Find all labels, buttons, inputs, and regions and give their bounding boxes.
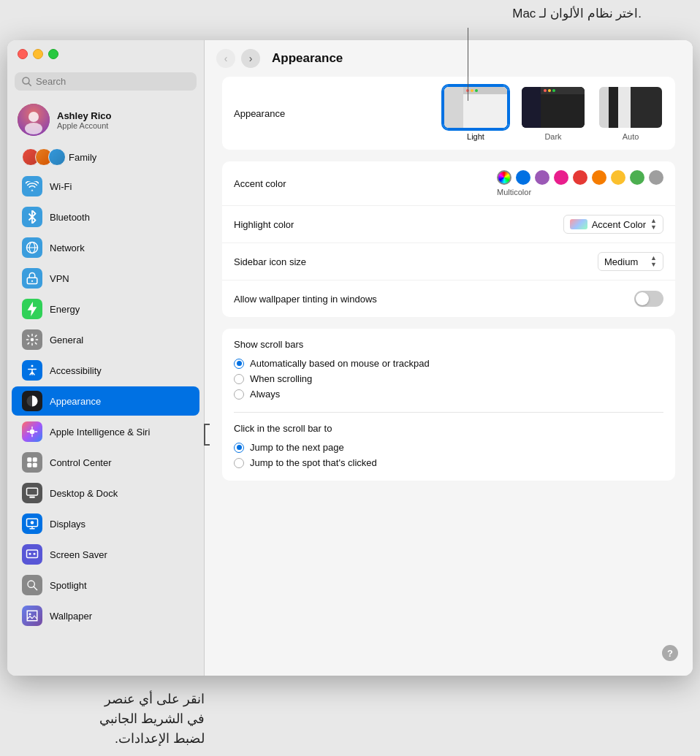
- svg-point-11: [31, 338, 34, 342]
- click-scroll-radio-next-page[interactable]: [234, 443, 244, 453]
- forward-button[interactable]: ›: [241, 49, 260, 68]
- sidebar-item-displays[interactable]: Displays: [12, 509, 199, 538]
- user-name: Ashley Rico: [57, 110, 111, 121]
- scroll-radio-when-scrolling[interactable]: [234, 374, 244, 384]
- accent-color-orange[interactable]: [592, 170, 606, 185]
- sidebar-item-appearance[interactable]: Appearance: [12, 386, 199, 416]
- svg-line-27: [34, 587, 37, 590]
- highlight-color-label: Highlight color: [234, 219, 365, 230]
- accent-color-green[interactable]: [630, 170, 644, 185]
- click-scroll-bar-group: Click in the scroll bar to Jump to the n…: [222, 413, 675, 481]
- help-button[interactable]: ?: [662, 645, 678, 661]
- scroll-radio-auto[interactable]: [234, 359, 244, 369]
- wallpaper-tinting-toggle[interactable]: [634, 291, 663, 307]
- svg-rect-20: [29, 497, 35, 498]
- sidebar-item-label-energy: Energy: [50, 304, 80, 315]
- toggle-knob: [636, 292, 649, 305]
- sidebar-item-label-displays: Displays: [50, 519, 85, 530]
- appearance-icon: [22, 391, 42, 411]
- appearance-option-dark[interactable]: Dark: [520, 85, 586, 141]
- sidebar-item-spotlight[interactable]: Spotlight: [12, 570, 199, 600]
- desktop-dock-icon: [22, 483, 42, 503]
- sidebar: Ashley Rico Apple Account Family: [7, 40, 205, 676]
- sidebar-icon-stepper: ▲ ▼: [650, 255, 657, 268]
- appearance-preview-auto: [598, 85, 663, 129]
- wallpaper-tinting-label: Allow wallpaper tinting in windows: [234, 294, 377, 305]
- appearance-option-light[interactable]: Light: [443, 85, 509, 141]
- avatar: [18, 104, 50, 136]
- sidebar-item-desktop-dock[interactable]: Desktop & Dock: [12, 478, 199, 508]
- sidebar-icon-size-control: Medium ▲ ▼: [365, 252, 663, 271]
- accent-color-blue[interactable]: [516, 170, 530, 185]
- displays-icon: [22, 513, 42, 534]
- wallpaper-icon: [22, 606, 42, 626]
- user-info: Ashley Rico Apple Account: [57, 110, 111, 130]
- accent-color-yellow[interactable]: [611, 170, 625, 185]
- sidebar-icon-size-row: Sidebar icon size Medium ▲ ▼: [222, 243, 675, 280]
- sidebar-icon-stepper-down[interactable]: ▼: [650, 261, 657, 268]
- content-area: Appearance: [205, 77, 693, 676]
- sidebar-item-vpn[interactable]: VPN: [12, 264, 199, 293]
- sidebar-item-screen-saver[interactable]: Screen Saver: [12, 540, 199, 569]
- back-button[interactable]: ‹: [216, 49, 235, 68]
- close-button[interactable]: [18, 49, 28, 59]
- accent-color-multicolor[interactable]: [497, 170, 511, 185]
- click-scroll-bar-title: Click in the scroll bar to: [234, 423, 663, 434]
- stepper-down[interactable]: ▼: [650, 224, 657, 231]
- annotation-bottom-line3: لضبط الإعدادات.: [7, 729, 205, 749]
- scroll-option-auto[interactable]: Automatically based on mouse or trackpad: [234, 356, 663, 371]
- control-center-icon: [22, 452, 42, 473]
- svg-point-4: [25, 123, 42, 134]
- sidebar-item-label-appearance: Appearance: [50, 396, 101, 407]
- toolbar: ‹ › Appearance: [205, 40, 693, 77]
- sidebar-item-label-wallpaper: Wallpaper: [50, 611, 92, 622]
- screen-saver-icon: [22, 544, 42, 565]
- scroll-option-when-scrolling[interactable]: When scrolling: [234, 371, 663, 386]
- scroll-label-when-scrolling: When scrolling: [250, 373, 312, 384]
- click-scroll-next-page[interactable]: Jump to the next page: [234, 440, 663, 455]
- click-scroll-clicked-spot[interactable]: Jump to the spot that's clicked: [234, 455, 663, 470]
- sidebar-icon-size-label: Sidebar icon size: [234, 256, 365, 267]
- sidebar-item-wallpaper[interactable]: Wallpaper: [12, 601, 199, 630]
- highlight-color-row: Highlight color Accent Color ▲ ▼: [222, 206, 675, 243]
- click-scroll-radio-clicked-spot[interactable]: [234, 458, 244, 468]
- minimize-button[interactable]: [33, 49, 43, 59]
- click-scroll-label-next-page: Jump to the next page: [250, 442, 344, 453]
- family-avatar-3: [48, 148, 66, 166]
- sidebar-item-accessibility[interactable]: Accessibility: [12, 356, 199, 385]
- sidebar-item-label-network: Network: [50, 243, 85, 253]
- sidebar-item-label-desktop-dock: Desktop & Dock: [50, 488, 118, 499]
- sidebar-icon-size-dropdown[interactable]: Medium ▲ ▼: [598, 252, 663, 271]
- accent-color-red[interactable]: [573, 170, 587, 185]
- sidebar-item-control-center[interactable]: Control Center: [12, 448, 199, 477]
- accent-colors-group: Multicolor: [497, 170, 663, 196]
- scroll-label-auto: Automatically based on mouse or trackpad: [250, 358, 430, 369]
- scroll-label-always: Always: [250, 389, 280, 400]
- sidebar-item-bluetooth[interactable]: Bluetooth: [12, 202, 199, 232]
- sidebar-item-network[interactable]: Network: [12, 233, 199, 262]
- appearance-option-auto[interactable]: Auto: [598, 85, 663, 141]
- accent-color-graphite[interactable]: [649, 170, 663, 185]
- highlight-stepper: ▲ ▼: [650, 218, 657, 231]
- accent-color-purple[interactable]: [535, 170, 549, 185]
- scroll-option-always[interactable]: Always: [234, 386, 663, 402]
- svg-point-3: [28, 112, 39, 122]
- svg-point-14: [30, 429, 35, 435]
- svg-rect-18: [33, 463, 37, 467]
- accent-color-row: Accent color: [222, 161, 675, 206]
- sidebar-item-wifi[interactable]: Wi-Fi: [12, 172, 199, 201]
- sidebar-item-label-family: Family: [69, 152, 96, 163]
- maximize-button[interactable]: [48, 49, 58, 59]
- sidebar-item-family[interactable]: Family: [12, 144, 199, 170]
- sidebar-item-siri[interactable]: Apple Intelligence & Siri: [12, 417, 199, 446]
- search-bar[interactable]: [15, 72, 197, 91]
- user-section[interactable]: Ashley Rico Apple Account: [7, 96, 204, 143]
- user-account-label: Apple Account: [57, 121, 111, 130]
- accent-color-pink[interactable]: [554, 170, 568, 185]
- family-avatars: [22, 148, 61, 166]
- sidebar-item-energy[interactable]: Energy: [12, 294, 199, 324]
- search-input[interactable]: [36, 76, 189, 87]
- highlight-dropdown[interactable]: Accent Color ▲ ▼: [563, 215, 663, 234]
- sidebar-item-general[interactable]: General: [12, 325, 199, 354]
- scroll-radio-always[interactable]: [234, 389, 244, 400]
